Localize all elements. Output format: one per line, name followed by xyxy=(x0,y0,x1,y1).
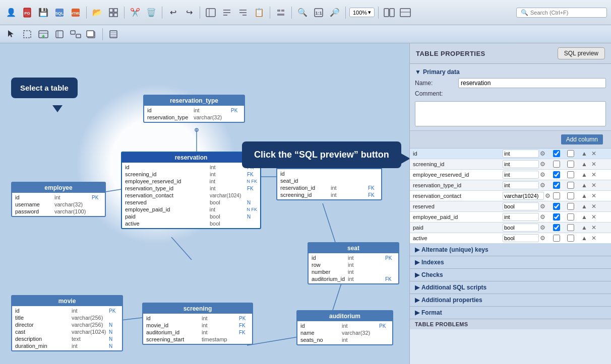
gear-icon-id[interactable]: ⚙ xyxy=(540,150,545,157)
sql-icon[interactable]: SQL xyxy=(52,6,67,20)
column-delete-active[interactable]: ✕ xyxy=(591,235,601,242)
table-reservation-type[interactable]: reservation_type id int PK reservation_t… xyxy=(143,95,245,123)
layout-2-icon[interactable] xyxy=(398,6,412,20)
align-icon[interactable] xyxy=(274,6,288,20)
column-sort-id[interactable]: ▲ xyxy=(581,150,591,157)
delete-icon[interactable]: 🗑️ xyxy=(144,6,158,20)
copy-icon[interactable]: 📋 xyxy=(252,6,266,20)
column-type-input-res-contact[interactable] xyxy=(503,192,544,200)
column-type-input-paid[interactable] xyxy=(503,224,539,232)
column-pk-paid[interactable] xyxy=(553,224,560,231)
column-type-input-emp-res-id[interactable] xyxy=(503,171,539,179)
column-pk-emp-paid-id[interactable] xyxy=(553,213,560,221)
list-right-icon[interactable] xyxy=(236,6,250,20)
column-delete-res-type-id[interactable]: ✕ xyxy=(591,182,601,189)
column-nn-active[interactable] xyxy=(567,235,574,242)
table-reservation[interactable]: reservation idintPK screening_idintFK em… xyxy=(121,152,261,229)
column-nn-emp-paid-id[interactable] xyxy=(567,213,574,221)
table-employee[interactable]: employee idintPK usernamevarchar(32) pas… xyxy=(11,182,106,217)
column-type-input-res-type-id[interactable] xyxy=(503,181,539,189)
open-icon[interactable]: 📂 xyxy=(90,6,104,20)
column-pk-res-contact[interactable] xyxy=(553,192,560,199)
layout-1-icon[interactable] xyxy=(382,6,396,20)
column-pk-reserved[interactable] xyxy=(553,203,560,210)
column-pk-id[interactable] xyxy=(553,150,560,157)
column-type-input-active[interactable] xyxy=(503,234,539,242)
column-pk-active[interactable] xyxy=(553,235,560,242)
column-sort-paid[interactable]: ▲ xyxy=(581,224,591,231)
column-pk-screening-id[interactable] xyxy=(553,161,560,168)
gear-icon-res-type-id[interactable]: ⚙ xyxy=(540,182,545,189)
column-nn-paid[interactable] xyxy=(567,224,574,231)
column-type-input-id[interactable] xyxy=(503,150,539,158)
column-nn-res-contact[interactable] xyxy=(567,192,574,199)
file-pg-icon[interactable]: PG xyxy=(20,6,34,20)
striped-tool[interactable] xyxy=(106,27,120,41)
column-delete-emp-paid-id[interactable]: ✕ xyxy=(591,213,601,221)
column-nn-emp-res-id[interactable] xyxy=(567,171,574,178)
column-delete-id[interactable]: ✕ xyxy=(591,150,601,157)
table-add-tool[interactable] xyxy=(36,27,50,41)
html-icon[interactable]: HTML xyxy=(69,6,83,20)
redo-icon[interactable]: ↪ xyxy=(182,6,196,20)
column-nn-screening-id[interactable] xyxy=(567,161,574,168)
zoom-level[interactable]: 100% ▾ xyxy=(349,8,375,17)
column-type-input-emp-paid-id[interactable] xyxy=(503,213,539,221)
list-left-icon[interactable] xyxy=(220,6,234,20)
comment-textarea[interactable] xyxy=(415,101,606,126)
additional-props-header[interactable]: ▶ Additional properties xyxy=(410,294,611,306)
column-nn-id[interactable] xyxy=(567,150,574,157)
table-seat[interactable]: seat idintPK rowint numberint auditorium… xyxy=(308,242,399,284)
table-screening[interactable]: screening idintPK movie_idintFK auditori… xyxy=(142,303,253,345)
add-column-button[interactable]: Add column xyxy=(561,134,603,144)
marquee-tool[interactable] xyxy=(20,27,34,41)
search-bar[interactable]: 🔍 xyxy=(516,8,607,18)
column-delete-screening-id[interactable]: ✕ xyxy=(591,161,601,168)
column-sort-res-type-id[interactable]: ▲ xyxy=(581,182,591,189)
gear-icon-res-contact[interactable]: ⚙ xyxy=(545,192,551,199)
grid-icon[interactable] xyxy=(106,6,120,20)
column-delete-emp-res-id[interactable]: ✕ xyxy=(591,171,601,178)
view-icon[interactable] xyxy=(204,6,218,20)
gear-icon-screening-id[interactable]: ⚙ xyxy=(540,161,545,168)
corner-tool[interactable] xyxy=(52,27,67,41)
column-sort-screening-id[interactable]: ▲ xyxy=(581,161,591,168)
column-sort-emp-paid-id[interactable]: ▲ xyxy=(581,213,591,221)
column-sort-emp-res-id[interactable]: ▲ xyxy=(581,171,591,178)
alternate-keys-header[interactable]: ▶ Alternate (unique) keys xyxy=(410,244,611,256)
checks-header[interactable]: ▶ Checks xyxy=(410,269,611,281)
search-zoom-icon[interactable]: 🔍 xyxy=(295,6,310,20)
column-nn-reserved[interactable] xyxy=(567,203,574,210)
table-movie[interactable]: movie idintPK titlevarchar(256) director… xyxy=(11,295,123,351)
primary-data-header[interactable]: ▼ Primary data xyxy=(415,67,606,77)
column-delete-paid[interactable]: ✕ xyxy=(591,224,601,231)
column-type-input-reserved[interactable] xyxy=(503,202,539,210)
gear-icon-emp-paid-id[interactable]: ⚙ xyxy=(540,213,545,221)
copy-table-tool[interactable] xyxy=(85,27,99,41)
column-delete-res-contact[interactable]: ✕ xyxy=(591,192,601,199)
cut-icon[interactable]: ✂️ xyxy=(128,6,142,20)
column-delete-reserved[interactable]: ✕ xyxy=(591,203,601,210)
search-input[interactable] xyxy=(530,10,601,16)
column-nn-res-type-id[interactable] xyxy=(567,182,574,189)
table-auditorium[interactable]: auditorium idintPK namevarchar(32) seats… xyxy=(296,310,393,345)
zoom-out-icon[interactable]: 🔎 xyxy=(328,6,342,20)
additional-sql-header[interactable]: ▶ Additional SQL scripts xyxy=(410,281,611,294)
format-header[interactable]: ▶ Format xyxy=(410,307,611,319)
column-type-input-screening-id[interactable] xyxy=(503,160,539,168)
select-tool[interactable] xyxy=(4,27,18,41)
save-icon[interactable]: 💾 xyxy=(36,6,50,20)
gear-icon-active[interactable]: ⚙ xyxy=(540,235,545,242)
gear-icon-reserved[interactable]: ⚙ xyxy=(540,203,545,210)
column-sort-reserved[interactable]: ▲ xyxy=(581,203,591,210)
diagram-canvas[interactable]: Select a table Click the “SQL preview” b… xyxy=(0,43,409,364)
column-pk-emp-res-id[interactable] xyxy=(553,171,560,178)
column-pk-res-type-id[interactable] xyxy=(553,182,560,189)
gear-icon-paid[interactable]: ⚙ xyxy=(540,224,545,231)
gear-icon-emp-res-id[interactable]: ⚙ xyxy=(540,171,545,178)
name-input[interactable] xyxy=(458,78,606,88)
user-icon[interactable]: 👤 xyxy=(4,6,18,20)
undo-icon[interactable]: ↩ xyxy=(166,6,180,20)
column-sort-active[interactable]: ▲ xyxy=(581,235,591,242)
indexes-header[interactable]: ▶ Indexes xyxy=(410,256,611,268)
